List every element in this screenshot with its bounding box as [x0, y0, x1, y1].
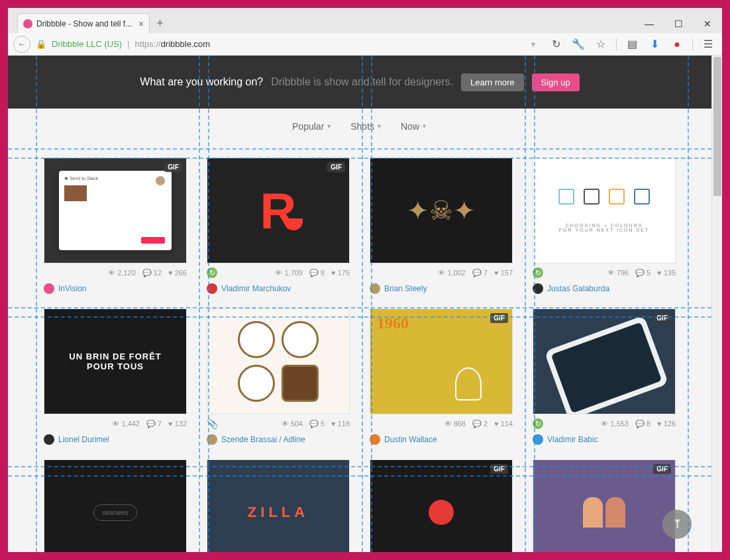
chevron-down-icon: ▼ [326, 123, 332, 130]
sign-up-button[interactable]: Sign up [532, 73, 580, 91]
filter-shots[interactable]: Shots▼ [350, 121, 382, 132]
author-name[interactable]: Szende Brassai / Adline [221, 435, 305, 444]
comments-stat: 💬12 [142, 269, 162, 277]
close-window-button[interactable]: ✕ [693, 15, 722, 33]
shot-author[interactable]: Dustin Wallace [370, 434, 513, 445]
eye-icon: 👁 [444, 420, 452, 428]
scrollbar-thumb[interactable] [713, 57, 721, 196]
views-stat: 👁1,002 [438, 269, 466, 277]
likes-stat: ♥157 [494, 269, 513, 277]
shot-author[interactable]: Szende Brassai / Adline [207, 434, 350, 445]
shot-card: 1960 GIF 👁868 💬2 ♥114 Dustin Wallace [370, 308, 513, 445]
likes-stat: ♥114 [494, 420, 513, 428]
avatar [207, 434, 217, 445]
heart-icon: ♥ [494, 269, 499, 277]
shot-author[interactable]: Vladimir Marchukov [207, 283, 350, 294]
url-field[interactable]: https://dribbble.com [135, 39, 210, 49]
shot-thumbnail[interactable]: GIF [533, 459, 676, 552]
rebound-icon: ↻ [533, 418, 543, 429]
views-stat: 👁868 [444, 420, 466, 428]
shot-author[interactable]: InVision [44, 283, 187, 294]
comments-stat: 💬8 [309, 269, 325, 277]
back-button[interactable]: ← [13, 36, 30, 53]
avatar [533, 283, 543, 294]
shot-row: UN BRIN DE FORÊTPOUR TOUS 👁1,442 💬7 ♥132… [44, 308, 676, 445]
shot-thumbnail[interactable]: ✱ Send to Slack GIF [44, 158, 187, 263]
shot-card: UN BRIN DE FORÊTPOUR TOUS 👁1,442 💬7 ♥132… [44, 308, 187, 445]
shot-thumbnail[interactable]: ✦☠✦ [370, 158, 513, 263]
views-stat: 👁796 [607, 269, 629, 277]
author-name[interactable]: Justas Galaburda [547, 284, 609, 293]
gif-badge: GIF [164, 162, 182, 172]
menu-button[interactable]: ☰ [700, 36, 717, 53]
likes-stat: ♥132 [168, 420, 187, 428]
devtools-icon[interactable]: 🔧 [570, 36, 587, 53]
eye-icon: 👁 [601, 420, 608, 428]
avatar [44, 283, 54, 294]
comments-stat: 💬7 [146, 420, 162, 428]
shot-stats: 📎 👁504 💬5 ♥118 [207, 414, 350, 433]
back-to-top-button[interactable]: ⤒ [662, 510, 692, 539]
author-name[interactable]: Dustin Wallace [384, 435, 437, 444]
shot-stats: 👁2,120 💬12 ♥266 [44, 263, 187, 282]
author-name[interactable]: Lionel Durimel [58, 435, 109, 444]
filter-popular[interactable]: Popular▼ [292, 121, 332, 132]
shot-stats: ↻ 👁796 💬5 ♥135 [533, 263, 676, 282]
views-stat: 👁2,120 [108, 269, 136, 277]
shot-author[interactable]: Brian Steely [370, 283, 513, 294]
downloads-icon[interactable]: ⬇ [646, 36, 663, 53]
shot-stats: ↻ 👁1,709 💬8 ♥175 [207, 263, 350, 282]
close-tab-icon[interactable]: × [138, 19, 144, 29]
shot-thumbnail[interactable]: GIF [533, 308, 676, 414]
eye-icon: 👁 [112, 420, 119, 428]
views-stat: 👁1,709 [275, 269, 303, 277]
shot-stats: 👁868 💬2 ♥114 [370, 414, 513, 433]
author-name[interactable]: Brian Steely [384, 284, 427, 293]
scrollbar[interactable] [711, 56, 722, 552]
heart-icon: ♥ [657, 420, 662, 428]
learn-more-button[interactable]: Learn more [461, 73, 523, 91]
shot-card: GIF ↻ 👁1,553 💬8 ♥126 Vladimir Babic [533, 308, 676, 445]
dropdown-icon[interactable]: ▼ [525, 36, 542, 53]
shot-author[interactable]: Vladimir Babic [533, 434, 676, 445]
shot-card: ✦☠✦ 👁1,002 💬7 ♥157 Brian Steely [370, 158, 513, 294]
hero-tagline: Dribbble is show and tell for designers. [271, 76, 453, 88]
toolbar-separator [692, 38, 693, 50]
dribbble-favicon [23, 19, 32, 28]
heart-icon: ♥ [657, 269, 662, 277]
filter-now[interactable]: Now▼ [401, 121, 427, 132]
tab-strip: Dribbble - Show and tell f... × + [8, 13, 170, 33]
views-stat: 👁1,442 [112, 420, 140, 428]
new-tab-button[interactable]: + [150, 17, 170, 33]
shot-thumbnail[interactable]: 1960 GIF [370, 308, 513, 414]
minimize-button[interactable]: — [635, 15, 664, 33]
shot-thumbnail[interactable] [207, 308, 350, 414]
shot-card: CHOOSING ⟐ COLOURSFOR YOUR NEXT ICON SET… [533, 158, 676, 294]
shot-author[interactable]: Justas Galaburda [533, 283, 676, 294]
shot-card: GIF [370, 459, 513, 552]
comment-icon: 💬 [309, 269, 319, 277]
page-content: What are you working on? Dribbble is sho… [8, 56, 711, 552]
profile-icon[interactable]: ● [668, 36, 686, 53]
comment-icon: 💬 [635, 420, 645, 428]
shot-thumbnail[interactable]: GIF [370, 459, 513, 552]
reader-icon[interactable]: ▤ [623, 36, 641, 53]
shot-author[interactable]: Lionel Durimel [44, 434, 187, 445]
avatar [370, 434, 380, 445]
shot-thumbnail[interactable]: CHOOSING ⟐ COLOURSFOR YOUR NEXT ICON SET [533, 158, 676, 263]
shot-thumbnail[interactable]: UN BRIN DE FORÊTPOUR TOUS [44, 308, 187, 414]
shot-row: ✱ Send to Slack GIF 👁2,120 💬12 ♥266 InVi… [44, 158, 676, 294]
tab-active[interactable]: Dribbble - Show and tell f... × [17, 13, 150, 33]
reload-button[interactable]: ↻ [547, 36, 564, 53]
heart-icon: ♥ [331, 269, 336, 277]
comment-icon: 💬 [635, 269, 645, 277]
author-name[interactable]: Vladimir Marchukov [221, 284, 291, 293]
maximize-button[interactable]: ☐ [664, 15, 693, 33]
shot-thumbnail[interactable]: seanwes [44, 459, 187, 552]
shot-thumbnail[interactable]: R GIF [207, 158, 350, 263]
shot-thumbnail[interactable]: ZILLA [207, 459, 350, 552]
bookmark-star-icon[interactable]: ☆ [592, 36, 609, 53]
site-identity[interactable]: Dribbble LLC (US) [52, 39, 122, 49]
author-name[interactable]: InVision [58, 284, 86, 293]
author-name[interactable]: Vladimir Babic [547, 435, 598, 444]
